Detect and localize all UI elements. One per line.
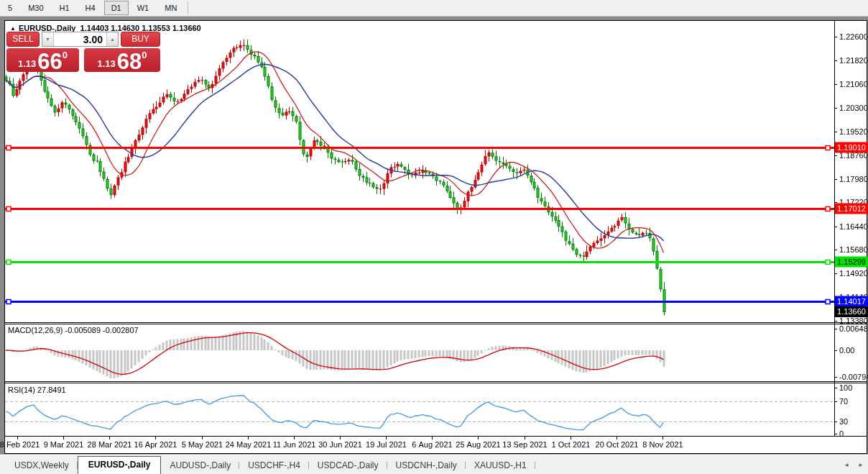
buy-price-sup: 0 (142, 50, 147, 60)
sell-button[interactable]: SELL (6, 32, 40, 47)
tab-scroll-left-icon[interactable]: ◄ (842, 462, 851, 468)
timeframe-toolbar: 5M30H1H4D1W1MN (0, 0, 868, 17)
sell-price-box[interactable]: 1.13660 (6, 48, 79, 72)
buy-price-box[interactable]: 1.13680 (84, 48, 160, 72)
macd-indicator-label: MACD(12,26,9) -0.005089 -0.002807 (8, 326, 139, 334)
volume-input[interactable] (54, 32, 106, 46)
timeframe-button-h4[interactable]: H4 (78, 1, 103, 15)
timeframe-button-w1[interactable]: W1 (130, 1, 157, 15)
volume-increase-button[interactable]: ▲ (106, 32, 118, 46)
sell-price-sup: 0 (63, 50, 68, 60)
one-click-trading-panel: SELL ▼ ▲ BUY 1.13660 1.13680 (6, 32, 160, 72)
timeframe-button-m30[interactable]: M30 (21, 1, 50, 15)
buy-price-small: 1.13 (97, 59, 115, 68)
chart-tab-usdcad-daily[interactable]: USDCAD-,Daily (309, 457, 387, 474)
rsi-indicator-label: RSI(14) 27.8491 (8, 386, 66, 394)
chart-tab-usdx-weekly[interactable]: USDX,Weekly (6, 457, 78, 474)
sell-price-big: 66 (37, 52, 62, 72)
timeframe-button-d1[interactable]: D1 (104, 1, 129, 15)
volume-decrease-button[interactable]: ▼ (42, 32, 54, 46)
chart-tab-audusd-daily[interactable]: AUDUSD-,Daily (161, 457, 239, 474)
buy-button[interactable]: BUY (121, 32, 160, 47)
chevron-up-icon: ▲ (110, 37, 115, 42)
timeframe-button-mn[interactable]: MN (157, 1, 184, 15)
volume-stepper: ▼ ▲ (42, 32, 119, 47)
toolbar-separator (188, 1, 188, 14)
chart-tab-bar: USDX,WeeklyEURUSD-,DailyAUDUSD-,DailyUSD… (0, 455, 868, 474)
chart-tab-eurusd-daily[interactable]: EURUSD-,Daily (78, 456, 162, 474)
sell-price-small: 1.13 (18, 59, 36, 68)
chart-tab-xauusd-h1[interactable]: XAUUSD-,H1 (466, 457, 535, 474)
chevron-down-icon: ▼ (45, 37, 50, 42)
timeframe-button-5[interactable]: 5 (1, 1, 19, 15)
timeframe-button-h1[interactable]: H1 (52, 1, 77, 15)
chart-tab-usdcnh-daily[interactable]: USDCNH-,Daily (387, 457, 466, 474)
tab-scroll-right-icon[interactable]: ► (857, 462, 865, 468)
buy-price-big: 68 (117, 52, 142, 72)
collapse-triangle-icon[interactable]: ▲ (10, 25, 16, 32)
chart-tab-usdchf-h4[interactable]: USDCHF-,H4 (239, 457, 309, 474)
